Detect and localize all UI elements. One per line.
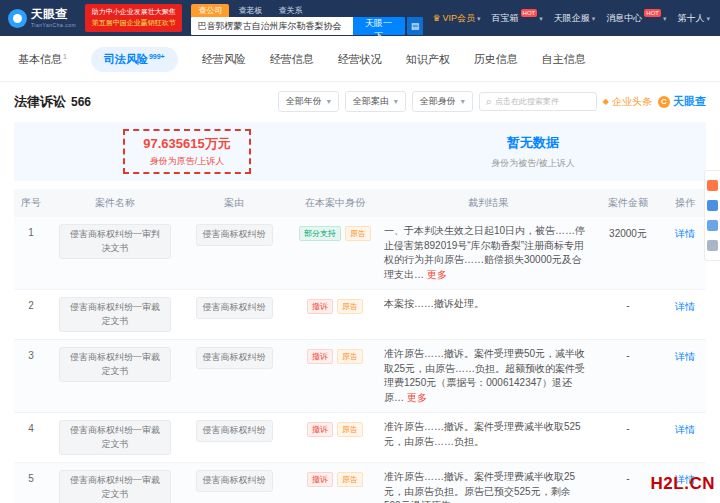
section-title: 法律诉讼 566 xyxy=(14,93,91,111)
back-to-top-icon[interactable] xyxy=(707,240,718,251)
nav-item-message-center-label: 消息中心 xyxy=(606,12,642,25)
plaintiff-summary: 97.635615万元 身份为原告/上诉人 xyxy=(14,129,360,174)
tab-basic-info[interactable]: 基本信息1 xyxy=(18,52,67,67)
page: 天眼查 TianYanCha.com 助力中小企业发展壮大聚焦 第五届中国企业赢… xyxy=(0,0,720,503)
section-count: 566 xyxy=(71,95,91,109)
case-search-input[interactable] xyxy=(495,97,590,106)
case-name-tag[interactable]: 侵害商标权纠纷一审裁定文书 xyxy=(59,420,171,455)
tianyancha-brand-mark: 天眼查 xyxy=(658,94,706,109)
role-tag: 原告 xyxy=(337,299,363,314)
detail-link[interactable]: 详情 xyxy=(675,301,695,312)
cause-tag: 侵害商标权纠纷 xyxy=(196,224,273,246)
case-amount: - xyxy=(598,470,658,484)
tab-judicial-risk[interactable]: 司法风险999+ xyxy=(91,47,178,72)
filter-cause-dropdown[interactable]: 全部案由 xyxy=(345,91,406,112)
site-watermark: H2L.CN xyxy=(651,474,715,494)
nav-item-user[interactable]: 第十人 xyxy=(677,12,710,25)
search-tab-boss[interactable]: 查老板 xyxy=(231,4,269,17)
promo-banner[interactable]: 助力中小企业发展壮大聚焦 第五届中国企业赢销狂欢节 xyxy=(85,4,182,32)
vip-crown-icon xyxy=(432,13,440,23)
company-search-input[interactable] xyxy=(191,17,352,35)
tab-count: 1 xyxy=(63,53,67,60)
case-name-tag[interactable]: 侵害商标权纠纷一审裁定文书 xyxy=(59,297,171,332)
nav-item-toolbox[interactable]: 百宝箱 HOT xyxy=(492,12,543,25)
customer-service-icon[interactable] xyxy=(707,200,718,211)
table-row: 2 侵害商标权纠纷一审裁定文书 侵害商标权纠纷 撤诉 原告 本案按……撤诉处理。… xyxy=(14,290,706,340)
chevron-down-icon xyxy=(539,13,543,23)
nav-item-enterprise-service[interactable]: 天眼企服 xyxy=(554,12,596,25)
nav-item-toolbox-label: 百宝箱 xyxy=(492,12,519,25)
case-name-tag[interactable]: 侵害商标权纠纷一审裁定文书 xyxy=(59,470,171,503)
case-amount: - xyxy=(598,347,658,361)
tab-operation-status[interactable]: 经营状况 xyxy=(338,52,382,67)
search-tab-relation[interactable]: 查关系 xyxy=(271,4,309,17)
detail-link[interactable]: 详情 xyxy=(675,424,695,435)
nav-item-enterprise-service-label: 天眼企服 xyxy=(554,12,590,25)
defendant-amount: 暂无数据 xyxy=(507,134,559,152)
result-text: 本案按……撤诉处理。 xyxy=(384,298,484,309)
col-role: 在本案中身份 xyxy=(292,196,378,210)
tab-label: 基本信息 xyxy=(18,53,62,65)
promo-icon[interactable] xyxy=(707,180,718,191)
role-result-tag: 撤诉 xyxy=(307,472,333,487)
search-button[interactable]: 天眼一下 xyxy=(353,17,405,35)
more-link[interactable]: 更多 xyxy=(407,392,427,403)
tab-self-info[interactable]: 自主信息 xyxy=(542,52,586,67)
nav-item-vip[interactable]: VIP会员 xyxy=(432,12,480,25)
table-row: 4 侵害商标权纠纷一审裁定文书 侵害商标权纠纷 撤诉 原告 准许原告……撤诉。案… xyxy=(14,413,706,463)
cause-tag: 侵害商标权纠纷 xyxy=(196,297,273,319)
case-name-tag[interactable]: 侵害商标权纠纷一审判决文书 xyxy=(59,224,171,259)
lawsuit-section-header: 法律诉讼 566 全部年份 全部案由 全部身份 企业头条 天眼查 xyxy=(0,82,720,121)
table-row: 1 侵害商标权纠纷一审判决文书 侵害商标权纠纷 部分支持 原告 一、于本判决生效… xyxy=(14,217,706,290)
more-link[interactable]: 更多 xyxy=(427,269,447,280)
result-text: 一、于本判决生效之日起10日内，被告……停止侵害第892019号“库尔勒香梨”注… xyxy=(384,225,585,280)
plaintiff-amount: 97.635615万元 xyxy=(143,135,230,153)
tab-operation-info[interactable]: 经营信息 xyxy=(270,52,314,67)
tab-label: 经营风险 xyxy=(202,53,246,65)
row-index: 2 xyxy=(14,297,48,311)
row-index: 3 xyxy=(14,347,48,361)
detail-link[interactable]: 详情 xyxy=(675,351,695,362)
filter-year-dropdown[interactable]: 全部年份 xyxy=(278,91,339,112)
logo-subtitle: TianYanCha.com xyxy=(31,22,76,28)
filter-label: 全部身份 xyxy=(420,95,456,108)
enterprise-headline-link[interactable]: 企业头条 xyxy=(603,95,652,109)
case-name-tag[interactable]: 侵害商标权纠纷一审裁定文书 xyxy=(59,347,171,382)
search-tab-company[interactable]: 查公司 xyxy=(191,4,229,17)
role-result-tag: 撤诉 xyxy=(307,422,333,437)
search-tabs: 查公司 查老板 查关系 xyxy=(191,4,423,17)
lawsuit-summary: 97.635615万元 身份为原告/上诉人 暂无数据 身份为被告/被上诉人 xyxy=(14,122,706,181)
tab-operation-risk[interactable]: 经营风险 xyxy=(202,52,246,67)
case-search-box[interactable] xyxy=(479,92,597,111)
result-text: 准许原告……撤诉。案件受理费减半收取525元，由原告……负担。 xyxy=(384,421,581,447)
filter-label: 全部年份 xyxy=(286,95,322,108)
promo-banner-line1: 助力中小企业发展壮大聚焦 xyxy=(88,6,179,17)
col-cause: 案由 xyxy=(182,196,286,210)
tianyancha-logo[interactable]: 天眼查 TianYanCha.com xyxy=(8,8,76,27)
module-tabs: 基本信息1 司法风险999+ 经营风险 经营信息 经营状况 知识产权 历史信息 … xyxy=(0,36,720,82)
lawsuit-table: 序号 案件名称 案由 在本案中身份 裁判结果 案件金额 操作 1 侵害商标权纠纷… xyxy=(14,189,706,503)
nav-item-vip-label: VIP会员 xyxy=(443,12,476,25)
tab-intellectual-property[interactable]: 知识产权 xyxy=(406,52,450,67)
tab-label: 自主信息 xyxy=(542,53,586,65)
role-result-tag: 撤诉 xyxy=(307,349,333,364)
section-toolbar: 全部年份 全部案由 全部身份 企业头条 天眼查 xyxy=(278,91,706,112)
advanced-search-icon[interactable] xyxy=(407,17,424,35)
table-header: 序号 案件名称 案由 在本案中身份 裁判结果 案件金额 操作 xyxy=(14,189,706,217)
tab-label: 知识产权 xyxy=(406,53,450,65)
hot-badge: HOT xyxy=(644,9,661,17)
feedback-icon[interactable] xyxy=(707,220,718,231)
logo-text: 天眼查 TianYanCha.com xyxy=(31,8,76,27)
result-text: 准许原告……撤诉。案件受理费减半收取25元，由原告负担。原告已预交525元，剩余… xyxy=(384,471,575,503)
row-index: 4 xyxy=(14,420,48,434)
filter-role-dropdown[interactable]: 全部身份 xyxy=(412,91,473,112)
col-result: 裁判结果 xyxy=(384,196,592,210)
tab-label: 历史信息 xyxy=(474,53,518,65)
nav-item-message-center[interactable]: 消息中心 HOT xyxy=(606,12,666,25)
case-amount: - xyxy=(598,420,658,434)
row-index: 1 xyxy=(14,224,48,238)
tab-label: 经营信息 xyxy=(270,53,314,65)
case-amount: - xyxy=(598,297,658,311)
tab-history-info[interactable]: 历史信息 xyxy=(474,52,518,67)
detail-link[interactable]: 详情 xyxy=(675,228,695,239)
